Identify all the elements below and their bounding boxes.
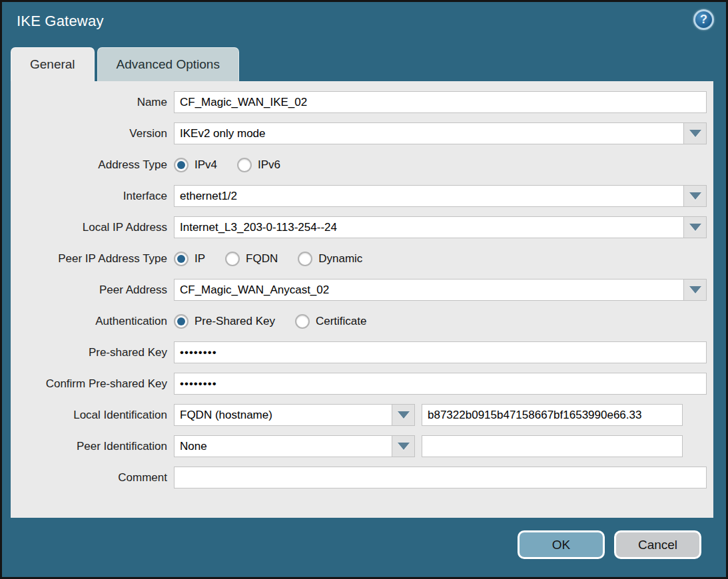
confirm-preshared-key-row: Confirm Pre-shared Key <box>11 373 713 395</box>
radio-peer-ip[interactable]: IP <box>174 252 205 266</box>
version-row: Version <box>11 122 713 144</box>
radio-psk-circle[interactable] <box>174 314 188 329</box>
peer-ip-type-label: Peer IP Address Type <box>11 252 174 266</box>
local-identification-dropdown-button[interactable] <box>392 404 415 426</box>
chevron-down-icon <box>398 411 410 419</box>
preshared-key-input[interactable] <box>174 341 707 363</box>
cancel-button[interactable]: Cancel <box>614 530 701 559</box>
dialog-title: IKE Gateway <box>17 13 104 30</box>
local-identification-value-input[interactable] <box>422 404 683 426</box>
dialog-footer: OK Cancel <box>2 516 726 577</box>
peer-identification-value-input[interactable] <box>422 435 683 457</box>
tab-general[interactable]: General <box>11 47 95 81</box>
radio-ipv6-circle[interactable] <box>237 158 252 172</box>
authentication-row: Authentication Pre-Shared Key Certificat… <box>11 310 713 332</box>
local-identification-type-input[interactable] <box>174 404 392 426</box>
local-identification-label: Local Identification <box>11 409 174 422</box>
local-ip-dropdown-button[interactable] <box>684 216 707 238</box>
radio-peer-fqdn[interactable]: FQDN <box>225 252 278 266</box>
peer-identification-dropdown-button[interactable] <box>392 435 415 457</box>
peer-identification-label: Peer Identification <box>11 440 174 453</box>
local-identification-row: Local Identification <box>11 404 713 426</box>
radio-ipv6[interactable]: IPv6 <box>237 158 280 172</box>
preshared-key-label: Pre-shared Key <box>11 346 174 359</box>
version-dropdown-button[interactable] <box>684 122 707 144</box>
tab-bar: General Advanced Options <box>11 47 242 81</box>
preshared-key-row: Pre-shared Key <box>11 341 713 363</box>
chevron-down-icon <box>398 443 410 450</box>
version-label: Version <box>11 127 174 140</box>
radio-peer-fqdn-circle[interactable] <box>225 252 240 266</box>
chevron-down-icon <box>689 130 701 137</box>
interface-input[interactable] <box>174 185 684 207</box>
interface-label: Interface <box>11 190 174 203</box>
confirm-preshared-key-input[interactable] <box>174 373 707 395</box>
tab-advanced-options[interactable]: Advanced Options <box>97 47 239 81</box>
radio-certificate[interactable]: Certificate <box>295 314 367 329</box>
name-row: Name <box>11 91 713 113</box>
peer-identification-type-input[interactable] <box>174 435 392 457</box>
confirm-preshared-key-label: Confirm Pre-shared Key <box>11 377 174 391</box>
radio-ipv4-circle[interactable] <box>174 158 188 172</box>
comment-label: Comment <box>11 471 174 484</box>
radio-peer-ip-circle[interactable] <box>174 252 188 266</box>
chevron-down-icon <box>689 286 701 293</box>
ike-gateway-dialog: IKE Gateway ? General Advanced Options N… <box>0 0 728 579</box>
ok-button[interactable]: OK <box>518 530 605 559</box>
peer-ip-type-row: Peer IP Address Type IP FQDN Dynamic <box>11 248 713 270</box>
local-ip-input[interactable] <box>174 216 684 238</box>
name-input[interactable] <box>174 91 707 113</box>
peer-identification-row: Peer Identification <box>11 435 713 457</box>
name-label: Name <box>11 96 174 109</box>
authentication-label: Authentication <box>11 315 174 328</box>
chevron-down-icon <box>689 192 701 200</box>
peer-address-input[interactable] <box>174 279 684 301</box>
comment-input[interactable] <box>174 467 707 488</box>
radio-certificate-circle[interactable] <box>295 314 310 329</box>
address-type-label: Address Type <box>11 158 174 172</box>
local-ip-row: Local IP Address <box>11 216 713 238</box>
general-tab-panel: Name Version Address Type IPv4 <box>11 81 713 518</box>
peer-address-dropdown-button[interactable] <box>684 279 707 301</box>
version-input[interactable] <box>174 122 684 144</box>
chevron-down-icon <box>689 224 701 231</box>
title-bar: IKE Gateway ? <box>2 2 726 42</box>
peer-address-label: Peer Address <box>11 284 174 297</box>
radio-peer-dynamic-circle[interactable] <box>298 252 312 266</box>
local-ip-label: Local IP Address <box>11 221 174 234</box>
peer-address-row: Peer Address <box>11 279 713 301</box>
address-type-row: Address Type IPv4 IPv6 <box>11 154 713 176</box>
comment-row: Comment <box>11 467 713 488</box>
radio-pre-shared-key[interactable]: Pre-Shared Key <box>174 314 275 329</box>
radio-ipv4[interactable]: IPv4 <box>174 158 217 172</box>
interface-row: Interface <box>11 185 713 207</box>
radio-peer-dynamic[interactable]: Dynamic <box>298 252 362 266</box>
interface-dropdown-button[interactable] <box>684 185 707 207</box>
help-icon[interactable]: ? <box>693 9 714 30</box>
